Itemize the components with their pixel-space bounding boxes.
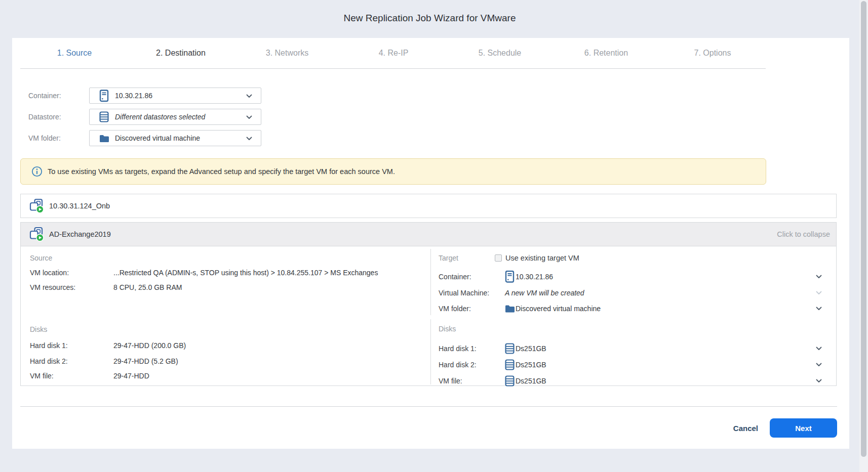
chevron-down-icon [246, 94, 252, 98]
container-select-value: 10.30.21.86 [115, 92, 152, 100]
chevron-down-icon [816, 307, 822, 311]
next-button[interactable]: Next [770, 418, 837, 438]
target-vm-file-row: VM file: Ds251GB [439, 374, 837, 388]
datastore-icon [505, 359, 515, 370]
target-container-value: 10.30.21.86 [516, 273, 553, 281]
folder-icon [505, 305, 515, 313]
source-disk-label: VM file: [30, 371, 54, 381]
target-container-label: Container: [439, 273, 471, 281]
tab-destination[interactable]: 2. Destination [128, 38, 234, 68]
target-container-select[interactable]: 10.30.21.86 [505, 270, 837, 283]
vm-row-name: AD-Exchange2019 [49, 230, 111, 238]
target-vm-select: A new VM will be created [505, 286, 837, 299]
datastore-select[interactable]: Different datastores selected [89, 109, 261, 125]
container-select[interactable]: 10.30.21.86 [89, 88, 261, 104]
target-disk-row: Hard disk 2: Ds251GB [439, 358, 837, 371]
vm-location-label: VM location: [30, 268, 69, 278]
source-heading: Source [30, 253, 52, 263]
target-container-row: Container: 10.30.21.86 [439, 270, 837, 283]
source-disk-label: Hard disk 1: [30, 340, 68, 351]
container-label: Container: [28, 88, 61, 104]
target-vm-file-select[interactable]: Ds251GB [505, 374, 837, 388]
tab-options[interactable]: 7. Options [659, 38, 766, 68]
tab-schedule[interactable]: 5. Schedule [447, 38, 553, 68]
scrollbar-track[interactable] [859, 0, 868, 472]
target-vm-folder-value: Discovered virtual machine [516, 305, 601, 313]
target-disk-value: Ds251GB [516, 361, 546, 369]
target-disk-row: Hard disk 1: Ds251GB [439, 342, 837, 355]
info-banner: To use existing VMs as targets, expand t… [20, 158, 766, 185]
column-divider [430, 319, 431, 384]
column-divider [430, 249, 431, 315]
chevron-down-icon [816, 291, 822, 295]
target-vm-folder-row: VM folder: Discovered virtual machine [439, 302, 837, 315]
tab-source[interactable]: 1. Source [21, 38, 128, 68]
chevron-down-icon [816, 275, 822, 279]
vm-folder-select-value: Discovered virtual machine [115, 134, 200, 142]
host-icon [99, 90, 111, 102]
target-vm-folder-label: VM folder: [439, 305, 471, 313]
info-banner-text: To use existing VMs as targets, expand t… [48, 167, 395, 176]
vm-location-value: ...Restricted QA (ADMIN-s, STOP using th… [113, 268, 378, 278]
source-disks-heading: Disks [30, 324, 47, 334]
chevron-down-icon [816, 347, 822, 351]
vm-folder-select[interactable]: Discovered virtual machine [89, 130, 261, 146]
footer: Cancel Next [20, 418, 837, 438]
datastore-icon [505, 343, 515, 354]
chevron-down-icon [246, 137, 252, 141]
wizard-steps: 1. Source 2. Destination 3. Networks 4. … [21, 38, 766, 68]
tab-networks[interactable]: 3. Networks [234, 38, 340, 68]
chevron-down-icon [816, 363, 822, 367]
info-icon [31, 166, 43, 177]
vm-resources-value: 8 CPU, 25.0 GB RAM [113, 282, 182, 292]
vm-row-name: 10.30.31.124_Onb [49, 202, 110, 210]
target-vm-label: Virtual Machine: [439, 289, 489, 297]
datastore-label: Datastore: [28, 109, 61, 125]
folder-icon [99, 134, 111, 143]
target-disk-value: Ds251GB [516, 345, 546, 353]
vm-icon [29, 227, 44, 242]
vm-resources-label: VM resources: [30, 282, 75, 292]
tab-reip[interactable]: 4. Re-IP [340, 38, 447, 68]
cancel-button[interactable]: Cancel [733, 424, 758, 433]
target-vm-row: Virtual Machine: A new VM will be create… [439, 286, 837, 299]
page-title: New Replication Job Wizard for VMware [0, 13, 859, 24]
vm-row-expanded-header[interactable]: AD-Exchange2019 Click to collapse [20, 222, 837, 246]
scrollbar-thumb[interactable] [861, 1, 866, 457]
datastore-icon [99, 111, 111, 122]
use-existing-checkbox[interactable] [495, 254, 502, 262]
target-disk-label: Hard disk 2: [439, 361, 477, 369]
target-vm-value: A new VM will be created [505, 289, 584, 297]
target-disks-heading: Disks [439, 324, 456, 334]
host-icon [505, 271, 515, 283]
target-disk-label: Hard disk 1: [439, 345, 477, 353]
vm-folder-label: VM folder: [28, 130, 61, 146]
tabs-divider [20, 68, 766, 69]
collapse-hint: Click to collapse [777, 230, 830, 238]
tab-retention[interactable]: 6. Retention [553, 38, 659, 68]
chevron-down-icon [246, 115, 252, 119]
source-disk-value: 29-47-HDD (5.2 GB) [113, 356, 178, 366]
target-disk2-select[interactable]: Ds251GB [505, 358, 837, 371]
source-disk-value: 29-47-HDD (200.0 GB) [113, 340, 186, 351]
target-vm-folder-select[interactable]: Discovered virtual machine [505, 302, 837, 315]
target-heading: Target [439, 253, 458, 263]
chevron-down-icon [816, 379, 822, 383]
vm-icon [29, 198, 44, 213]
target-vm-file-value: Ds251GB [516, 377, 546, 385]
use-existing-target-vm: Use existing target VM [495, 251, 579, 265]
footer-divider [20, 406, 837, 407]
replication-wizard-window: New Replication Job Wizard for VMware 1.… [0, 0, 868, 472]
datastore-icon [505, 375, 515, 387]
source-disk-value: 29-47-HDD [113, 371, 149, 381]
vm-row-collapsed[interactable]: 10.30.31.124_Onb [20, 194, 837, 218]
vm-detail-panel: Source VM location: ...Restricted QA (AD… [20, 246, 837, 386]
datastore-select-value: Different datastores selected [115, 113, 205, 121]
use-existing-label: Use existing target VM [505, 254, 579, 262]
target-vm-file-label: VM file: [439, 377, 462, 385]
target-disk1-select[interactable]: Ds251GB [505, 342, 837, 355]
wizard-card: 1. Source 2. Destination 3. Networks 4. … [12, 38, 849, 449]
source-disk-label: Hard disk 2: [30, 356, 68, 366]
